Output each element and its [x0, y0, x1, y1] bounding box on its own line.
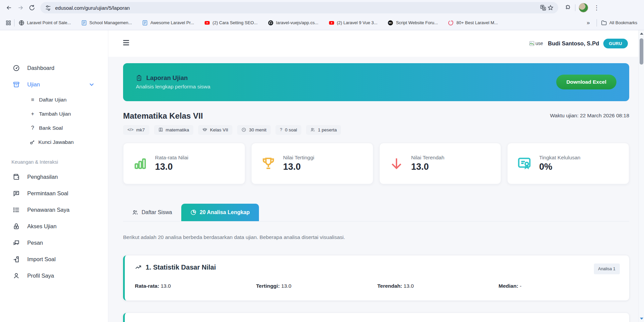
bookmark-item[interactable]: MC Script Website Foru... [387, 20, 438, 26]
extensions-icon[interactable] [564, 4, 572, 11]
analysis-card-1: 1. Statistik Dasar Nilai Analisa 1 Rata-… [123, 255, 629, 300]
badge-label: mk7 [136, 127, 145, 132]
exam-meta-badges: </> mk7 matematika Kelas VII 30 menit ? [123, 125, 629, 135]
stat-card-highest: Nilai Tertinggi 13.0 [251, 143, 373, 184]
app-header: use Budi Santoso, S.Pd GURU [108, 30, 644, 57]
sidebar-item-import-soal[interactable]: Import Soal [0, 251, 108, 268]
user-icon [13, 272, 20, 279]
bookmark-item[interactable]: 80+ Best Laravel M... [448, 20, 498, 26]
download-excel-button[interactable]: Download Excel [556, 75, 616, 89]
sidebar-label: Pesan [27, 240, 43, 246]
forward-button[interactable] [15, 2, 26, 13]
github-icon [268, 20, 274, 26]
scrollbar-thumb[interactable] [640, 38, 643, 65]
bookmark-item[interactable]: Awesome Laravel Pr... [142, 20, 194, 26]
translate-icon[interactable] [539, 4, 547, 11]
sidebar: Dashboard Ujian ≡ Daftar Ujian + Tambah … [0, 30, 108, 322]
sidebar-label: Tambah Ujian [39, 111, 71, 117]
graduation-cap-icon [202, 127, 207, 132]
main-panel: use Budi Santoso, S.Pd GURU Laporan Ujia… [108, 30, 644, 322]
sidebar-subitem-tambah-ujian[interactable]: + Tambah Ujian [0, 107, 108, 121]
all-bookmarks-label: All Bookmarks [609, 20, 637, 25]
address-bar[interactable]: edusoal.com/guru/ujian/5/laporan [40, 2, 558, 13]
arrow-down-icon [389, 156, 404, 171]
browser-menu-button[interactable]: ⋮ [592, 4, 602, 11]
users-icon [310, 127, 315, 132]
analysis-description: Berikut adalah 20 analisa berbeda berdas… [123, 234, 629, 240]
analysis-stat-lowest: Terendah: 13.0 [377, 283, 499, 289]
bookmarks-bar: Laravel Point of Sale... School Manageme… [0, 15, 644, 30]
analysis-stats-row: Rata-rata: 13.0 Tertinggi: 13.0 Terendah… [135, 283, 620, 289]
tabs-row: Daftar Siswa 20 Analisa Lengkap [123, 204, 629, 222]
sidebar-label: Penawaran Saya [27, 207, 70, 213]
sidebar-item-permintaan-soal[interactable]: Permintaan Soal [0, 185, 108, 202]
badge-label: Kelas VII [210, 127, 228, 132]
user-area[interactable]: use Budi Santoso, S.Pd GURU [529, 38, 628, 48]
sidebar-item-penawaran-saya[interactable]: Penawaran Saya [0, 202, 108, 218]
stat-cards-row: Rata-rata Nilai 13.0 Nilai Tertinggi 13.… [123, 143, 629, 184]
hamburger-menu-button[interactable] [122, 38, 130, 48]
bookmark-item[interactable]: Laravel Point of Sale... [18, 20, 71, 26]
archive-icon [13, 81, 20, 88]
users-icon [132, 209, 138, 215]
sidebar-label: Daftar Ujian [39, 97, 67, 103]
broken-avatar: use [529, 38, 544, 48]
analysis-stat-value: 13.0 [281, 283, 291, 289]
sidebar-label: Dashboard [27, 65, 54, 71]
red-swirl-icon [448, 20, 454, 26]
site-settings-icon[interactable] [44, 4, 52, 11]
analysis-stat-highest: Tertinggi: 13.0 [256, 283, 378, 289]
bookmark-star-icon[interactable] [547, 4, 554, 11]
file-import-icon [13, 256, 20, 263]
trending-up-icon [135, 264, 142, 271]
book-icon [158, 127, 163, 132]
page-scrollbar[interactable] [638, 30, 644, 322]
stat-label: Rata-rata Nilai [155, 155, 188, 161]
list-lines-icon [13, 206, 20, 213]
exam-participants-badge: 1 peserta [306, 125, 341, 135]
list-icon: ≡ [30, 97, 36, 103]
analysis-stat-value: - [520, 283, 521, 289]
back-button[interactable] [3, 2, 15, 13]
exam-schedule: Waktu ujian: 22 March 2026 08:18 [550, 111, 629, 119]
scroll-up-arrow[interactable] [639, 31, 644, 36]
youtube-icon [329, 20, 335, 26]
sidebar-item-profil-saya[interactable]: Profil Saya [0, 268, 108, 284]
sidebar-item-dashboard[interactable]: Dashboard [0, 60, 108, 76]
browser-profile-avatar[interactable] [579, 3, 588, 12]
analysis-title: 1. Statistik Dasar Nilai [146, 264, 216, 271]
bookmark-item[interactable]: laravel-vuejs/app.cs... [268, 20, 318, 26]
sidebar-item-ujian[interactable]: Ujian [0, 76, 108, 93]
stat-card-pass-rate: Tingkat Kelulusan 0% [507, 143, 629, 184]
stat-label: Nilai Terendah [411, 155, 445, 161]
url-text[interactable]: edusoal.com/guru/ujian/5/laporan [55, 5, 539, 11]
analysis-badge: Analisa 1 [594, 264, 620, 274]
bookmarks-overflow-chevron[interactable]: » [586, 19, 590, 26]
message-icon [13, 190, 20, 197]
stat-card-average: Rata-rata Nilai 13.0 [123, 143, 245, 184]
analysis-card-head: 1. Statistik Dasar Nilai Analisa 1 [135, 264, 620, 274]
apps-grid-icon[interactable] [5, 19, 12, 27]
sidebar-item-penghasilan[interactable]: Penghasilan [0, 169, 108, 185]
sidebar-subitem-daftar-ujian[interactable]: ≡ Daftar Ujian [0, 93, 108, 107]
scroll-down-arrow[interactable] [639, 316, 644, 321]
bar-chart-icon [133, 156, 148, 171]
bookmark-label: Laravel Point of Sale... [27, 20, 71, 25]
avatar-alt-text: use [535, 41, 543, 46]
bookmark-item[interactable]: (2) Laravel 9 Vue 3... [329, 20, 378, 26]
sidebar-item-akses-ujian[interactable]: Akses Ujian [0, 218, 108, 235]
reload-button[interactable] [26, 2, 38, 13]
tab-daftar-siswa[interactable]: Daftar Siswa [123, 204, 181, 221]
certificate-icon [517, 156, 532, 171]
sidebar-subitem-kunci-jawaban[interactable]: Kunci Jawaban [0, 135, 108, 149]
sidebar-subitem-bank-soal[interactable]: ? Bank Soal [0, 121, 108, 135]
exam-duration-badge: 30 menit [237, 125, 271, 135]
bookmark-item[interactable]: (2) Cara Setting SEO... [204, 20, 258, 26]
app-window: Dashboard Ujian ≡ Daftar Ujian + Tambah … [0, 30, 644, 322]
question-icon: ? [30, 125, 36, 131]
all-bookmarks-button[interactable]: All Bookmarks [601, 20, 637, 26]
bookmark-item[interactable]: School Managemen... [81, 20, 132, 26]
analysis-stat-value: 13.0 [404, 283, 414, 289]
tab-analisa-lengkap[interactable]: 20 Analisa Lengkap [181, 204, 259, 221]
sidebar-item-pesan[interactable]: Pesan [0, 235, 108, 251]
